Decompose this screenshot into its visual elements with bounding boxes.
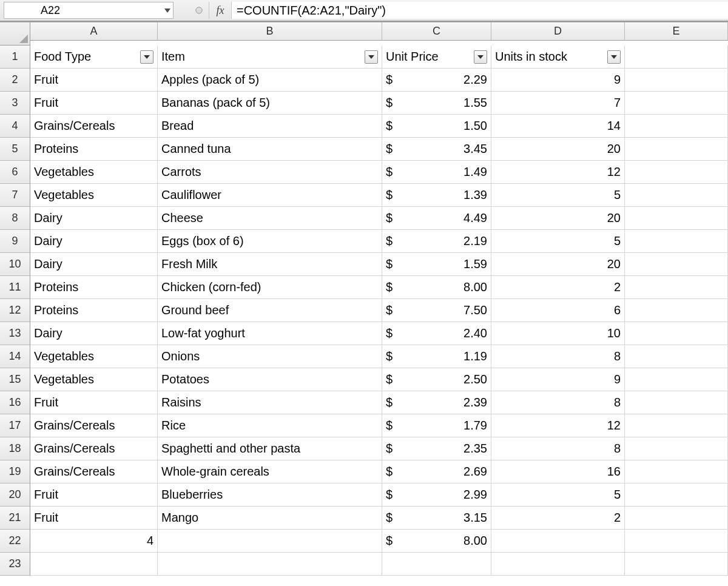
row-header-22[interactable]: 22: [0, 530, 30, 553]
cell-C9[interactable]: $2.19: [382, 230, 491, 253]
cell-E8[interactable]: [625, 207, 728, 230]
cell-D9[interactable]: 5: [491, 230, 625, 253]
cell-E12[interactable]: [625, 299, 728, 322]
row-header-10[interactable]: 10: [0, 253, 30, 276]
chevron-down-icon[interactable]: [164, 8, 170, 13]
cell-B19[interactable]: Whole-grain cereals: [158, 460, 382, 483]
column-header-B[interactable]: B: [158, 22, 382, 41]
cell-D19[interactable]: 16: [491, 460, 625, 483]
filter-button-units-stock[interactable]: [607, 50, 621, 64]
cell-C18[interactable]: $2.35: [382, 437, 491, 460]
cell-A18[interactable]: Grains/Cereals: [30, 437, 158, 460]
cell-B12[interactable]: Ground beef: [158, 299, 382, 322]
row-header-17[interactable]: 17: [0, 414, 30, 437]
cell-B15[interactable]: Potatoes: [158, 368, 382, 391]
row-header-19[interactable]: 19: [0, 460, 30, 483]
row-header-16[interactable]: 16: [0, 391, 30, 414]
cell-C23[interactable]: [382, 553, 491, 576]
cell-B21[interactable]: Mango: [158, 507, 382, 530]
cell-E23[interactable]: [625, 553, 728, 576]
cell-C15[interactable]: $2.50: [382, 368, 491, 391]
cell-D14[interactable]: 8: [491, 345, 625, 368]
cell-E3[interactable]: [625, 92, 728, 115]
cell-A7[interactable]: Vegetables: [30, 184, 158, 207]
cell-B22[interactable]: [158, 530, 382, 553]
cell-A3[interactable]: Fruit: [30, 92, 158, 115]
row-header-2[interactable]: 2: [0, 69, 30, 92]
cell-D15[interactable]: 9: [491, 368, 625, 391]
cell-C7[interactable]: $1.39: [382, 184, 491, 207]
cell-C4[interactable]: $1.50: [382, 115, 491, 138]
cell-B8[interactable]: Cheese: [158, 207, 382, 230]
header-cell-item[interactable]: Item: [158, 45, 382, 69]
row-header-13[interactable]: 13: [0, 322, 30, 345]
cell-E16[interactable]: [625, 391, 728, 414]
cell-B13[interactable]: Low-fat yoghurt: [158, 322, 382, 345]
cell-C12[interactable]: $7.50: [382, 299, 491, 322]
name-box[interactable]: A22: [4, 2, 174, 19]
cell-E7[interactable]: [625, 184, 728, 207]
cell-C20[interactable]: $2.99: [382, 483, 491, 507]
cell-C11[interactable]: $8.00: [382, 276, 491, 299]
header-cell-unit-price[interactable]: Unit Price: [382, 45, 491, 69]
row-header-9[interactable]: 9: [0, 230, 30, 253]
cell-D12[interactable]: 6: [491, 299, 625, 322]
cell-E4[interactable]: [625, 115, 728, 138]
cell-B20[interactable]: Blueberries: [158, 483, 382, 507]
cell-E9[interactable]: [625, 230, 728, 253]
cell-D16[interactable]: 8: [491, 391, 625, 414]
cell-C16[interactable]: $2.39: [382, 391, 491, 414]
cell-E15[interactable]: [625, 368, 728, 391]
cell-D21[interactable]: 2: [491, 507, 625, 530]
cell-E10[interactable]: [625, 253, 728, 276]
column-header-E[interactable]: E: [625, 22, 728, 41]
row-header-4[interactable]: 4: [0, 115, 30, 138]
row-header-12[interactable]: 12: [0, 299, 30, 322]
cell-E18[interactable]: [625, 437, 728, 460]
cell-A2[interactable]: Fruit: [30, 69, 158, 92]
cell-B7[interactable]: Cauliflower: [158, 184, 382, 207]
cell-A5[interactable]: Proteins: [30, 138, 158, 161]
cell-E5[interactable]: [625, 138, 728, 161]
cell-D13[interactable]: 10: [491, 322, 625, 345]
cell-C19[interactable]: $2.69: [382, 460, 491, 483]
filter-button-item[interactable]: [365, 50, 378, 64]
row-header-21[interactable]: 21: [0, 507, 30, 530]
cell-A8[interactable]: Dairy: [30, 207, 158, 230]
cell-D7[interactable]: 5: [491, 184, 625, 207]
cell-E22[interactable]: [625, 530, 728, 553]
cell-D10[interactable]: 20: [491, 253, 625, 276]
cell-B23[interactable]: [158, 553, 382, 576]
cell-A17[interactable]: Grains/Cereals: [30, 414, 158, 437]
cell-A20[interactable]: Fruit: [30, 483, 158, 507]
cell-C2[interactable]: $2.29: [382, 69, 491, 92]
filter-button-food-type[interactable]: [140, 50, 153, 64]
cell-E14[interactable]: [625, 345, 728, 368]
cell-A6[interactable]: Vegetables: [30, 161, 158, 184]
cell-E13[interactable]: [625, 322, 728, 345]
cell-D18[interactable]: 8: [491, 437, 625, 460]
cell-C10[interactable]: $1.59: [382, 253, 491, 276]
filter-button-unit-price[interactable]: [474, 50, 487, 64]
cell-B16[interactable]: Raisins: [158, 391, 382, 414]
cell-E11[interactable]: [625, 276, 728, 299]
select-all-corner[interactable]: [0, 22, 30, 45]
cell-B2[interactable]: Apples (pack of 5): [158, 69, 382, 92]
cell-E19[interactable]: [625, 460, 728, 483]
header-cell-units-stock[interactable]: Units in stock: [491, 45, 625, 69]
cell-A12[interactable]: Proteins: [30, 299, 158, 322]
cell-C6[interactable]: $1.49: [382, 161, 491, 184]
column-header-A[interactable]: A: [30, 22, 158, 41]
cell-B18[interactable]: Spaghetti and other pasta: [158, 437, 382, 460]
cell-A16[interactable]: Fruit: [30, 391, 158, 414]
cell-E1[interactable]: [625, 45, 728, 69]
cell-D8[interactable]: 20: [491, 207, 625, 230]
cell-D3[interactable]: 7: [491, 92, 625, 115]
cell-C13[interactable]: $2.40: [382, 322, 491, 345]
cell-B6[interactable]: Carrots: [158, 161, 382, 184]
cell-D17[interactable]: 12: [491, 414, 625, 437]
cell-B10[interactable]: Fresh Milk: [158, 253, 382, 276]
cell-D2[interactable]: 9: [491, 69, 625, 92]
cell-A11[interactable]: Proteins: [30, 276, 158, 299]
row-header-15[interactable]: 15: [0, 368, 30, 391]
